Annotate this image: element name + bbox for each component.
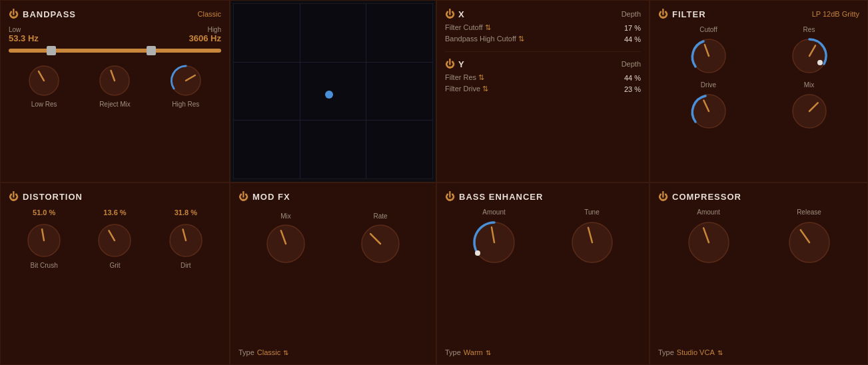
mix-filter-label: Mix [804, 81, 815, 89]
distortion-panel: ⏻ DISTORTION 51.0 % 13.6 % 31.8 % Bit Cr… [0, 182, 230, 365]
bandpass-title: ⏻ BANDPASS [9, 9, 76, 19]
bandpass-power-icon[interactable]: ⏻ [9, 9, 19, 19]
mod-fx-type-value[interactable]: Classic [257, 348, 280, 356]
bass-enhancer-power-icon[interactable]: ⏻ [445, 191, 455, 202]
low-res-knob[interactable] [27, 63, 61, 98]
compressor-type-row: Type Studio VCA ⇅ [658, 348, 723, 356]
bass-enhancer-title-text: BASS ENHANCER [459, 192, 543, 202]
y-param-0: Filter Res ⇅ 44 % [445, 73, 641, 82]
grid-h2 [234, 120, 432, 121]
reject-mix-knob[interactable] [97, 63, 132, 98]
mod-fx-type-row: Type Classic ⇅ [238, 348, 288, 356]
bass-enhancer-title: ⏻ BASS ENHANCER [445, 191, 543, 202]
comp-release-knob[interactable] [785, 218, 833, 266]
cutoff-knob[interactable] [689, 36, 729, 76]
bit-crush-knob[interactable] [25, 222, 63, 259]
mod-fx-mix-knob-container: Mix [264, 212, 308, 266]
bandpass-header: ⏻ BANDPASS Classic [9, 9, 221, 19]
high-slider-thumb[interactable] [147, 46, 156, 55]
bass-tune-label: Tune [584, 208, 599, 216]
bandpass-freq-labels: Low 53.3 Hz High 3606 Hz [9, 26, 221, 43]
mod-fx-rate-knob-container: Rate [359, 212, 402, 266]
bass-type-value[interactable]: Warm [464, 348, 483, 356]
grit-knob[interactable] [96, 222, 133, 259]
high-res-knob[interactable] [169, 63, 203, 98]
mod-fx-rate-label: Rate [373, 212, 387, 220]
low-label: Low [9, 26, 39, 33]
reject-mix-knob-container: Reject Mix [97, 63, 132, 108]
compressor-knobs: Amount Release [658, 208, 859, 266]
x-param-0-value: 17 % [624, 24, 641, 32]
bass-tune-knob-container: Tune [568, 208, 616, 266]
comp-amount-label: Amount [697, 208, 719, 216]
distortion-power-icon[interactable]: ⏻ [9, 191, 19, 202]
filter-power-icon[interactable]: ⏻ [658, 9, 668, 19]
comp-amount-knob[interactable] [685, 218, 733, 266]
x-power-icon[interactable]: ⏻ [445, 9, 454, 19]
y-param-1-arrow[interactable]: ⇅ [482, 85, 488, 93]
xy-dot[interactable] [325, 91, 333, 99]
svg-point-9 [817, 60, 823, 65]
mod-fx-power-icon[interactable]: ⏻ [238, 191, 248, 202]
grit-label: Grit [109, 262, 120, 269]
bandpass-slider[interactable] [9, 49, 221, 53]
x-param-1: Bandpass High Cutoff ⇅ 44 % [445, 35, 641, 43]
bass-enhancer-type-row: Type Warm ⇅ [445, 348, 491, 356]
res-knob[interactable] [789, 36, 829, 76]
xy-mod-panel: ⏻ X Depth Filter Cutoff ⇅ 17 % Bandpass … [436, 0, 650, 182]
y-power-icon[interactable]: ⏻ [445, 59, 454, 69]
dirt-knob[interactable] [167, 222, 205, 259]
high-freq-group: High 3606 Hz [189, 26, 221, 43]
grit-knob-container: Grit [96, 222, 133, 269]
x-depth-label: Depth [622, 10, 641, 18]
dist-val-0: 51.0 % [33, 208, 55, 216]
y-param-1-value: 23 % [624, 85, 641, 93]
distortion-knobs: Bit Crush Grit Dirt [9, 222, 221, 269]
x-param-1-arrow[interactable]: ⇅ [518, 35, 524, 43]
comp-type-arrow[interactable]: ⇅ [717, 349, 723, 356]
bandpass-title-text: BANDPASS [23, 9, 76, 19]
grid-v2 [366, 4, 366, 179]
y-axis-title: ⏻ Y [445, 59, 464, 69]
mod-fx-mix-knob[interactable] [264, 222, 308, 266]
mod-fx-rate-knob[interactable] [359, 222, 402, 266]
filter-knobs-row1: Cutoff Res [658, 26, 859, 76]
bass-amount-knob[interactable] [470, 218, 518, 266]
mod-fx-header: ⏻ MOD FX [238, 191, 428, 202]
res-knob-container: Res [789, 26, 829, 76]
high-res-knob-container: High Res [169, 63, 203, 108]
comp-release-knob-container: Release [785, 208, 833, 266]
y-param-1: Filter Drive ⇅ 23 % [445, 85, 641, 93]
grid-v1 [300, 4, 300, 179]
bass-enhancer-panel: ⏻ BASS ENHANCER Amount Tune [436, 182, 650, 365]
x-mod-section: ⏻ X Depth Filter Cutoff ⇅ 17 % Bandpass … [445, 9, 641, 43]
low-slider-thumb[interactable] [47, 46, 56, 55]
bass-enhancer-header: ⏻ BASS ENHANCER [445, 191, 641, 202]
y-mod-header: ⏻ Y Depth [445, 59, 641, 69]
svg-point-26 [475, 250, 480, 256]
distortion-title-text: DISTORTION [23, 192, 83, 202]
x-param-1-value: 44 % [624, 35, 641, 43]
distortion-values: 51.0 % 13.6 % 31.8 % [9, 208, 221, 216]
high-value: 3606 Hz [189, 33, 221, 43]
filter-type[interactable]: LP 12dB Gritty [812, 10, 859, 18]
bandpass-type[interactable]: Classic [198, 10, 221, 18]
drive-knob[interactable] [689, 91, 729, 131]
xy-pad[interactable] [233, 3, 433, 179]
y-param-0-arrow[interactable]: ⇅ [478, 73, 484, 81]
bass-type-arrow[interactable]: ⇅ [486, 349, 491, 356]
low-freq-group: Low 53.3 Hz [9, 26, 39, 43]
bit-crush-label: Bit Crush [31, 262, 58, 269]
mix-filter-knob[interactable] [789, 91, 829, 131]
y-param-1-name: Filter Drive ⇅ [445, 85, 488, 93]
compressor-title-text: COMPRESSOR [672, 192, 741, 202]
y-param-0-name: Filter Res ⇅ [445, 73, 484, 82]
compressor-power-icon[interactable]: ⏻ [658, 191, 668, 202]
comp-type-value[interactable]: Studio VCA [677, 348, 715, 356]
x-param-0-arrow[interactable]: ⇅ [485, 23, 491, 31]
bass-tune-knob[interactable] [568, 218, 616, 266]
mod-fx-type-arrow[interactable]: ⇅ [283, 349, 288, 356]
x-title-text: X [458, 9, 464, 19]
y-depth-label: Depth [622, 60, 641, 68]
dist-val-2: 31.8 % [175, 208, 197, 216]
